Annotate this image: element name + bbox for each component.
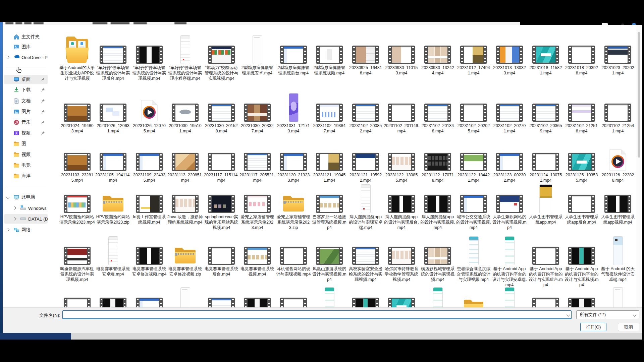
file-item[interactable]: 20231024_194803.mp4 (59, 96, 95, 134)
chevron-right-icon[interactable] (6, 56, 10, 59)
sidebar-item-data1-d[interactable]: DATA1 (D:) (4, 214, 48, 224)
file-item[interactable]: 20231124_130751.mp4 (528, 145, 564, 183)
file-item[interactable]: 基于 Android App 的机票订购平台的设计与实现视频.mp4 (564, 233, 599, 288)
file-item[interactable]: 20231102_212541.mp4 (600, 96, 636, 134)
file-type-dropdown[interactable]: 所有文件 (*.*) (576, 310, 639, 319)
file-item[interactable]: Java-妆造，摄影师预约系统视频.mp4 (167, 184, 203, 225)
chevron-right-icon[interactable] (13, 206, 16, 210)
file-item[interactable]: 20231102_202701.mp4 (492, 96, 527, 134)
file-item[interactable]: 20231117_205521.mp4 (239, 145, 275, 183)
file-item[interactable]: 基于 Android App 的机票订购平台的设计与实现后台.mp4 (528, 233, 564, 288)
cancel-button[interactable]: 取消 (618, 323, 639, 331)
file-item[interactable]: 20231030_203327.mp4 (239, 96, 275, 134)
file-item[interactable]: 20231012_174941.mp4 (456, 32, 491, 76)
file-item[interactable]: 20231122_184421.mp4 (456, 145, 491, 183)
file-item[interactable]: 20231102_203659.mp4 (528, 96, 564, 134)
file-item[interactable]: 基于Android的大学生职业规划APP设计与实现视频 (59, 32, 95, 81)
file-item[interactable]: “燃动力”校园运动管理系统的设计与实现视频.mp4 (204, 32, 239, 81)
sidebar-item-documents[interactable]: 文档 (4, 96, 48, 106)
filename-input[interactable] (62, 310, 572, 319)
file-item[interactable]: 电竞赛事管理系统安卓修改视频.mp4 (131, 233, 167, 277)
file-item[interactable]: 20231102_201348.mp4 (420, 96, 455, 134)
file-item[interactable]: springboot+vue实现的音乐网站系统视频.mp4 (204, 184, 239, 230)
sidebar-item-folder-tu[interactable]: 图 (4, 139, 48, 148)
file-item[interactable]: 20231122_170718.mp4 (420, 145, 455, 183)
file-item[interactable]: 电竞赛事管理系统后台.mp4 (204, 233, 239, 277)
file-item[interactable]: 20231030_201528.mp4 (204, 96, 239, 134)
sidebar-item-windows-c[interactable]: Windows (C:) (4, 203, 48, 213)
file-item[interactable]: 20231125_103535.mp4 (564, 145, 599, 183)
file-item[interactable]: 20230930_132424.mp4 (420, 32, 455, 76)
file-item[interactable]: 基于 Android App 的机票订购平台的设计与实现安卓端.mp4 (492, 233, 527, 288)
file-item[interactable]: 20231113_220851.mp4 (167, 145, 203, 183)
file-item[interactable]: 20231117_115114.mp4 (204, 145, 239, 183)
file-item[interactable]: 20231013_130323.mp4 (492, 32, 527, 76)
file-item[interactable]: 电竞赛事管理系统视频.mp4 (239, 233, 275, 277)
file-item[interactable]: 耳机销售网站的设计与实现视频.mp4 (276, 233, 311, 277)
file-item[interactable]: “车好停”停车场管理系统的设计与实现小程序端.mp4 (167, 32, 203, 81)
sidebar-item-desktop[interactable]: 桌面 (4, 75, 48, 84)
file-item[interactable]: 大学生图书管理系统app.mp4 (528, 184, 564, 225)
sidebar-item-downloads[interactable]: 下载 (4, 85, 48, 95)
file-item[interactable]: 哈尔滨市特殊教育学校教学管理系统视频.mp4 (384, 233, 419, 282)
file-item[interactable]: 病人服药提醒app的设计与实现后台.mp4 (384, 184, 419, 230)
sidebar-item-this-pc[interactable]: 此电脑 (4, 192, 48, 202)
file-item[interactable]: 20231109_224335.mp4 (131, 145, 167, 183)
file-item[interactable]: 20231126_222828.mp4 (600, 145, 636, 183)
vertical-scrollbar[interactable] (637, 25, 641, 307)
file-item[interactable]: 20230930_110153.mp4 (384, 32, 419, 76)
file-item[interactable]: “车好停”停车场管理系统的设计与实现后台.mp4 (95, 32, 131, 81)
file-item[interactable]: 大学生图书管理系统app视频.mp4 (600, 184, 636, 225)
file-item[interactable]: 20231102_200852.mp4 (348, 96, 383, 134)
file-item[interactable]: 爱宠之家店铺管理系统演示录像2023.mp4 (239, 184, 275, 230)
scrollbar-thumb[interactable] (638, 32, 640, 158)
file-item[interactable]: 20231018_115821.mp4 (528, 32, 564, 76)
file-item[interactable]: 高校实验室安全巡检系统的设计与实现视频.mp4 (348, 233, 383, 282)
sidebar-item-pictures[interactable]: 图片 (4, 107, 48, 116)
file-item[interactable]: 20231102_212518.mp4 (564, 96, 599, 134)
file-item[interactable]: 20231122_130855.mp4 (384, 145, 419, 183)
sidebar-item-videos[interactable]: 视频 (4, 128, 48, 138)
file-item[interactable]: 2型糖尿病健康管理系统后台.mp4 (276, 32, 311, 76)
file-item[interactable]: 爱宠之家店铺管理系统演示录像2023.zip (276, 184, 311, 230)
file-item[interactable]: HPV疫苗预约网站演示录像2023.mp4 (59, 184, 95, 225)
file-item[interactable]: HPV疫苗预约网站演示录像2023.zip (95, 184, 131, 225)
sidebar-item-folder-haiyang[interactable]: 海洋 (4, 171, 48, 181)
file-item[interactable]: 基于 Android 的天气预报软件设计安卓端.mp4 (600, 233, 636, 282)
file-item[interactable]: 20231121_195922.mp4 (348, 145, 383, 183)
file-item[interactable]: 2型糖尿病健康管理系统视频.mp4 (312, 32, 347, 76)
sidebar-item-gallery[interactable]: 图库 (4, 42, 48, 52)
file-item[interactable]: 喝食新能源汽车租赁系统的设计与实现视频.mp4 (59, 233, 95, 282)
file-item[interactable]: 电竞赛事管理系统安卓修改视频.zip (167, 233, 203, 277)
file-item[interactable]: 20231123_002302.mp4 (492, 145, 527, 183)
file-item[interactable]: 20231102_201149.mp4 (384, 96, 419, 134)
chevron-right-icon[interactable] (6, 228, 10, 232)
file-item[interactable]: 病人服药提醒app的设计与实现视频.mp4 (420, 184, 455, 230)
file-item[interactable]: 20231102_202025.mp4 (456, 96, 491, 134)
file-item[interactable]: 城市公交交通系统的设计与实现视频.mp4 (456, 184, 491, 230)
file-item[interactable]: 20231105_194114.mp4 (95, 145, 131, 183)
file-item[interactable]: “车好停”停车场管理系统的设计与实现视频.mp4 (131, 32, 167, 81)
file-item[interactable]: 横店影视城管理系统的设计与实现视频.mp4 (420, 233, 455, 282)
file-item[interactable]: 巴塞罗那一站通旅游管理系统视频.mp4 (312, 184, 347, 230)
file-item[interactable]: 20231121_190451.mp4 (312, 145, 347, 183)
chevron-down-icon[interactable] (6, 196, 10, 199)
sidebar-item-folder-dianjing[interactable]: 电竞 (4, 161, 48, 170)
sidebar-item-network[interactable]: 网络 (4, 225, 48, 235)
file-item[interactable]: 20231030_195101.mp4 (167, 96, 203, 134)
file-item[interactable]: 20231102_193847.mp4 (312, 96, 347, 134)
file-item[interactable]: 20231018_203928.mp4 (564, 32, 599, 76)
file-item[interactable]: 20231026_120705.mp4 (131, 96, 167, 134)
file-item[interactable]: In徒工作室管理系统视频.mp4 (131, 184, 167, 225)
file-item[interactable]: 20231103_232815.mp4 (59, 145, 95, 183)
file-item[interactable]: 2型糖尿病健康管理系统安卓.mp4 (239, 32, 275, 76)
file-item[interactable]: 病人服药提醒app的设计与实现安卓端.mp4 (348, 184, 383, 230)
file-item[interactable]: 20231120_213233.mp4 (276, 145, 311, 183)
sidebar-item-folder-shipin[interactable]: 视频 (4, 150, 48, 159)
file-item[interactable]: 患者综合满意度综合管理系统的设计与实现视频.mp4 (456, 233, 491, 282)
file-item[interactable]: 20231026_120631.mp4 (95, 96, 131, 134)
file-item[interactable]: 大学生兼职网站的设计与实现视频.mp4 (492, 184, 527, 230)
file-item[interactable]: 电竞赛事管理系统安卓端.mp4 (95, 233, 131, 277)
open-button[interactable]: 打开(O) (580, 323, 606, 331)
file-item[interactable]: 凤凰山旅游系统的设计与实现视频.mp4 (312, 233, 347, 282)
